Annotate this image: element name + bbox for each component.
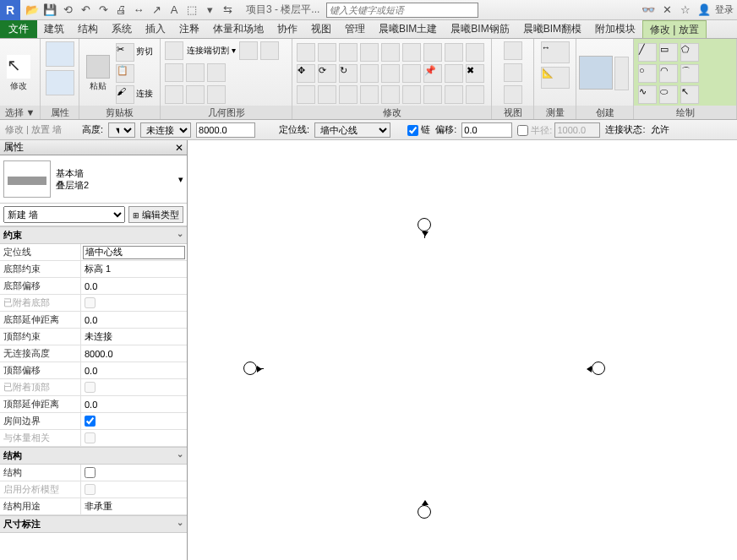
ellipse-icon[interactable]: ⬭ — [659, 85, 678, 104]
prop-structural-v[interactable] — [85, 467, 96, 478]
cut-geom-icon[interactable] — [165, 63, 183, 82]
tab-view[interactable]: 视图 — [304, 20, 338, 38]
height-value-input[interactable] — [196, 122, 255, 138]
redo-icon[interactable]: ↷ — [95, 2, 112, 19]
tab-modify-place[interactable]: 修改 | 放置 — [642, 20, 707, 38]
elevation-marker-east[interactable] — [592, 362, 605, 375]
tab-architecture[interactable]: 建筑 — [37, 20, 71, 38]
rect-icon[interactable]: ▭ — [659, 43, 678, 62]
scale-icon[interactable] — [445, 43, 463, 62]
line-icon[interactable]: ╱ — [638, 43, 657, 62]
trim-multi-icon[interactable] — [402, 64, 421, 83]
create-pick-icon[interactable] — [614, 57, 629, 90]
geom-e-icon[interactable] — [186, 85, 205, 104]
view-b-icon[interactable] — [504, 63, 522, 82]
radius-checkbox[interactable] — [517, 125, 528, 136]
copy-icon[interactable]: 📋 — [116, 64, 134, 83]
cut-icon[interactable]: ✂ — [116, 43, 134, 62]
measure-a-icon[interactable]: ↔ — [541, 41, 570, 63]
search-input[interactable] — [326, 3, 478, 18]
pick-line-icon[interactable]: ↖ — [680, 85, 699, 104]
prop-baseconstraint-v[interactable] — [83, 263, 185, 276]
tab-cxbim1[interactable]: 晨曦BIM土建 — [372, 20, 444, 38]
prop-locline-v[interactable] — [83, 246, 185, 259]
geom-c-icon[interactable] — [186, 63, 205, 82]
tab-cxbim2[interactable]: 晨曦BIM钢筋 — [444, 20, 516, 38]
print-icon[interactable]: 🖨 — [112, 2, 129, 19]
mod-f-icon[interactable] — [402, 85, 421, 104]
login-link[interactable]: 登录 — [715, 3, 734, 16]
mod-b-icon[interactable] — [318, 85, 336, 104]
type-selector[interactable]: 基本墙 叠层墙2 ▾ — [0, 155, 187, 204]
arc-icon[interactable]: ◠ — [659, 64, 678, 83]
unpin-icon[interactable] — [445, 64, 463, 83]
mod-i-icon[interactable] — [466, 85, 484, 104]
poly-icon[interactable]: ⬠ — [680, 43, 699, 62]
chevron-down-icon[interactable]: ▾ — [178, 174, 183, 185]
measure-b-icon[interactable]: 📐 — [541, 67, 570, 89]
tab-cxbim3[interactable]: 晨曦BIM翻模 — [516, 20, 588, 38]
offset-tool-icon[interactable] — [318, 43, 336, 62]
tab-systems[interactable]: 系统 — [105, 20, 139, 38]
paste-button[interactable]: 粘贴 — [83, 53, 113, 94]
mod-d-icon[interactable] — [360, 85, 379, 104]
tab-insert[interactable]: 插入 — [139, 20, 172, 38]
star-icon[interactable]: ☆ — [678, 3, 693, 16]
3d-icon[interactable]: ⬚ — [183, 2, 200, 19]
mod-a-icon[interactable] — [297, 85, 315, 104]
tab-collaborate[interactable]: 协作 — [270, 20, 304, 38]
geom-b-icon[interactable] — [260, 41, 279, 60]
join-geom-icon[interactable] — [165, 85, 183, 104]
spline-icon[interactable]: ∿ — [638, 85, 657, 104]
tab-annotate[interactable]: 注释 — [172, 20, 206, 38]
arc3-icon[interactable]: ⌒ — [680, 64, 699, 83]
match-icon[interactable]: 🖌 — [116, 85, 134, 104]
tab-manage[interactable]: 管理 — [338, 20, 372, 38]
mod-c-icon[interactable] — [339, 85, 358, 104]
offset-input[interactable] — [461, 122, 512, 138]
elevation-marker-north[interactable] — [418, 218, 431, 231]
prop-roombound-v[interactable] — [85, 416, 96, 427]
user-icon[interactable]: 👤 — [696, 3, 712, 16]
array-icon[interactable] — [423, 43, 442, 62]
filter-select[interactable]: 新建 墙 — [3, 206, 125, 223]
mirror-draw-icon[interactable] — [360, 43, 379, 62]
prop-structusage-v[interactable] — [83, 500, 185, 514]
view-a-icon[interactable] — [504, 41, 522, 60]
measure-icon[interactable]: ↔ — [130, 2, 147, 19]
mirror-pick-icon[interactable] — [339, 43, 358, 62]
undo-icon[interactable]: ↶ — [77, 2, 94, 19]
trim-ext-icon[interactable] — [466, 43, 484, 62]
split-icon[interactable] — [381, 43, 400, 62]
cope-label[interactable]: 连接端切割 ▾ — [185, 41, 237, 60]
save-icon[interactable]: 💾 — [41, 2, 58, 19]
mod-h-icon[interactable] — [445, 85, 463, 104]
prop-topconstraint-v[interactable] — [83, 330, 185, 344]
trim-single-icon[interactable] — [381, 64, 400, 83]
trim-corner-icon[interactable] — [360, 64, 379, 83]
tab-structure[interactable]: 结构 — [71, 20, 105, 38]
section-structural[interactable]: 结构⌄ — [0, 447, 187, 465]
rotate-copy-icon[interactable]: ⟳ — [318, 64, 336, 83]
align-icon[interactable]: ↗ — [148, 2, 165, 19]
type-properties-icon[interactable] — [46, 70, 74, 95]
locline-select[interactable]: 墙中心线 — [314, 122, 390, 138]
geom-a-icon[interactable] — [239, 41, 258, 60]
tab-file[interactable]: 文件 — [0, 20, 37, 38]
prop-topextdist-v[interactable] — [83, 398, 185, 411]
geom-f-icon[interactable] — [207, 85, 226, 104]
app-logo[interactable]: R — [0, 0, 20, 20]
join-value[interactable]: 允许 — [651, 123, 669, 136]
text-icon[interactable]: A — [166, 2, 183, 19]
prop-topoffset-v[interactable] — [83, 364, 185, 378]
delete-icon[interactable]: ✖ — [466, 64, 484, 83]
mod-e-icon[interactable] — [381, 85, 400, 104]
prop-baseoffset-v[interactable] — [83, 280, 185, 293]
pin-icon[interactable]: 📌 — [423, 64, 442, 83]
properties-icon[interactable] — [46, 41, 74, 67]
constraint-select[interactable]: 未连接 — [140, 122, 191, 138]
open-icon[interactable]: 📂 — [24, 2, 41, 19]
binoculars-icon[interactable]: 👓 — [641, 3, 656, 16]
align-tool-icon[interactable] — [297, 43, 315, 62]
sync-icon[interactable]: ⟲ — [59, 2, 76, 19]
